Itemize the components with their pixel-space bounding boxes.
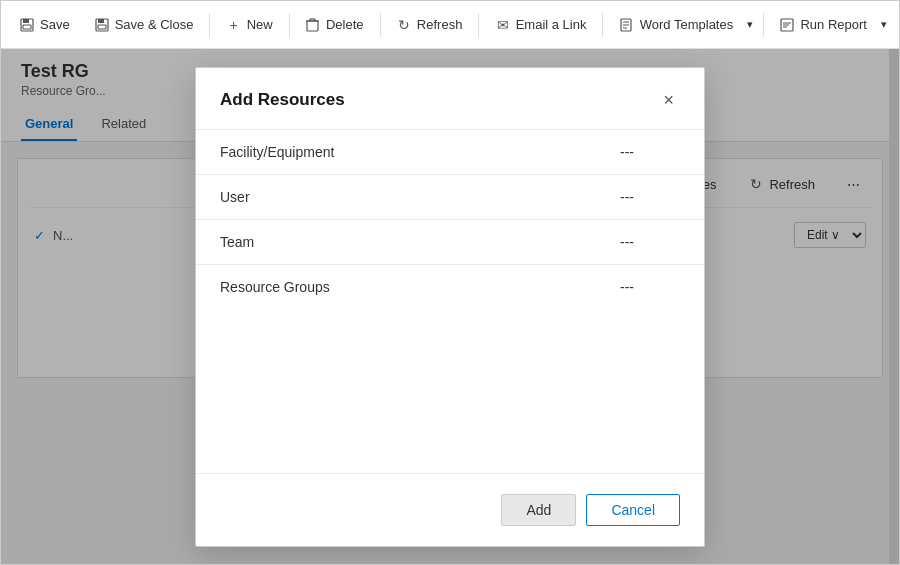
svg-rect-6	[307, 21, 318, 31]
content-area: Test RG Resource Gro... General Related …	[1, 49, 899, 564]
team-label: Team	[220, 234, 620, 250]
run-report-chevron[interactable]: ▾	[877, 12, 891, 37]
cancel-button[interactable]: Cancel	[586, 494, 680, 526]
option-resource-groups[interactable]: Resource Groups ---	[196, 264, 704, 309]
save-button[interactable]: Save	[9, 11, 80, 39]
email-link-button[interactable]: ✉ Email a Link	[485, 11, 597, 39]
new-icon: +	[226, 17, 242, 33]
word-templates-chevron[interactable]: ▾	[743, 12, 757, 37]
svg-rect-1	[23, 19, 29, 23]
run-report-label: Run Report	[800, 17, 866, 32]
add-resources-modal: Add Resources × Facility/Equipment --- U…	[195, 67, 705, 547]
save-close-label: Save & Close	[115, 17, 194, 32]
resource-groups-label: Resource Groups	[220, 279, 620, 295]
user-label: User	[220, 189, 620, 205]
svg-rect-5	[98, 25, 106, 29]
refresh-label: Refresh	[417, 17, 463, 32]
option-user[interactable]: User ---	[196, 174, 704, 219]
save-label: Save	[40, 17, 70, 32]
app-container: Save Save & Close + New	[0, 0, 900, 565]
team-value: ---	[620, 234, 680, 250]
modal-header: Add Resources ×	[196, 68, 704, 129]
add-button[interactable]: Add	[501, 494, 576, 526]
delete-icon	[305, 17, 321, 33]
modal-title: Add Resources	[220, 90, 345, 110]
word-templates-group: Word Templates ▾	[609, 11, 757, 39]
new-label: New	[247, 17, 273, 32]
cancel-label: Cancel	[611, 502, 655, 518]
resource-groups-value: ---	[620, 279, 680, 295]
new-button[interactable]: + New	[216, 11, 283, 39]
refresh-icon: ↻	[396, 17, 412, 33]
modal-body: Facility/Equipment --- User --- Team ---	[196, 129, 704, 473]
delete-button[interactable]: Delete	[295, 11, 374, 39]
close-icon: ×	[663, 90, 674, 110]
word-templates-label: Word Templates	[640, 17, 733, 32]
modal-backdrop: Add Resources × Facility/Equipment --- U…	[1, 49, 899, 564]
add-label: Add	[526, 502, 551, 518]
user-value: ---	[620, 189, 680, 205]
option-team[interactable]: Team ---	[196, 219, 704, 264]
refresh-button[interactable]: ↻ Refresh	[386, 11, 473, 39]
facility-equipment-label: Facility/Equipment	[220, 144, 620, 160]
run-report-icon	[779, 17, 795, 33]
word-templates-icon	[619, 17, 635, 33]
option-facility-equipment[interactable]: Facility/Equipment ---	[196, 129, 704, 174]
save-close-button[interactable]: Save & Close	[84, 11, 204, 39]
save-close-icon	[94, 17, 110, 33]
save-icon	[19, 17, 35, 33]
email-icon: ✉	[495, 17, 511, 33]
modal-close-button[interactable]: ×	[657, 88, 680, 113]
svg-rect-2	[23, 25, 31, 29]
toolbar: Save Save & Close + New	[1, 1, 899, 49]
delete-label: Delete	[326, 17, 364, 32]
facility-equipment-value: ---	[620, 144, 680, 160]
svg-rect-4	[98, 19, 104, 23]
run-report-group: Run Report ▾	[769, 11, 890, 39]
word-templates-button[interactable]: Word Templates	[609, 11, 743, 39]
email-link-label: Email a Link	[516, 17, 587, 32]
run-report-button[interactable]: Run Report	[769, 11, 876, 39]
modal-footer: Add Cancel	[196, 473, 704, 546]
